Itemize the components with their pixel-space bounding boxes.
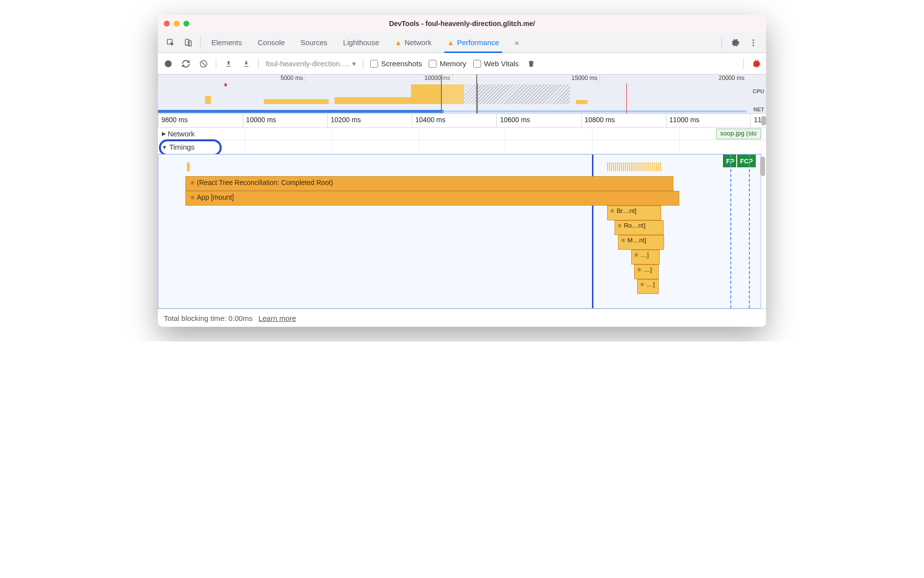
separator (363, 58, 363, 69)
svg-point-5 (753, 44, 754, 46)
ruler-tick: 10800 ms (581, 114, 666, 127)
web-vitals-checkbox[interactable]: Web Vitals (473, 59, 519, 68)
separator (200, 37, 201, 49)
network-request-bar[interactable]: soop.jpg (sto (716, 129, 761, 139)
tab-lighthouse[interactable]: Lighthouse (335, 32, 387, 53)
tab-performance[interactable]: ▲Performance (439, 32, 507, 53)
fp-marker[interactable]: FP (722, 155, 737, 167)
screenshots-label: Screenshots (381, 59, 422, 68)
ruler-tick: 10000 ms (243, 114, 328, 127)
timing-bar[interactable] (607, 162, 661, 171)
cpu-label: CPU (753, 88, 764, 94)
svg-point-4 (753, 42, 754, 43)
overview-net-bar (158, 110, 444, 113)
ruler-tick: 11000 ms (666, 114, 751, 127)
separator (743, 58, 744, 69)
flame-chart[interactable]: ▶ Network soop.jpg (sto ▼ Timings FP FCP… (158, 128, 766, 309)
fcp-marker[interactable]: FCP (736, 155, 756, 167)
devtools-window: DevTools - foul-heavenly-direction.glitc… (158, 15, 766, 327)
tab-elements[interactable]: Elements (204, 32, 250, 53)
window-title: DevTools - foul-heavenly-direction.glitc… (389, 20, 535, 27)
capture-settings-gear-icon[interactable] (750, 58, 761, 69)
flame-bar[interactable]: Br…nt] (607, 206, 661, 220)
reload-icon[interactable] (180, 58, 191, 69)
summary-footer: Total blocking time: 0.00ms Learn more (158, 309, 766, 327)
tab-sources[interactable]: Sources (293, 32, 335, 53)
scrollbar-thumb[interactable] (761, 116, 766, 126)
screenshots-checkbox[interactable]: Screenshots (370, 59, 422, 68)
total-blocking-time: Total blocking time: 0.00ms (164, 314, 253, 322)
chevron-right-icon: ▶ (162, 131, 166, 137)
tab-network-label: Network (405, 38, 432, 47)
warning-icon: ▲ (395, 39, 402, 47)
tick: 10000 ms (305, 75, 452, 83)
fp-guideline (730, 155, 731, 308)
separator (721, 37, 722, 49)
flame-bar[interactable]: …] (634, 264, 659, 279)
ruler-tick: 9800 ms (158, 114, 243, 127)
svg-point-6 (165, 60, 172, 67)
time-ruler[interactable]: 9800 ms 10000 ms 10200 ms 10400 ms 10600… (158, 114, 766, 128)
flame-bar[interactable]: …] (637, 279, 659, 294)
download-icon[interactable] (241, 58, 252, 69)
overview-selection[interactable] (441, 75, 477, 113)
tab-performance-label: Performance (457, 38, 499, 47)
perf-toolbar: foul-heavenly-direction.…▾ Screenshots M… (158, 53, 766, 75)
trash-icon[interactable] (526, 58, 537, 69)
timing-bar[interactable] (187, 162, 190, 171)
close-icon[interactable] (164, 21, 170, 26)
record-icon[interactable] (163, 58, 174, 69)
network-track-header[interactable]: ▶ Network soop.jpg (sto (158, 128, 766, 140)
timings-label: Timings (169, 143, 195, 151)
kebab-menu-icon[interactable] (747, 37, 759, 49)
flame-bar[interactable]: M…nt] (618, 235, 664, 250)
ruler-tick: 10600 ms (496, 114, 581, 127)
warning-icon: ▲ (447, 39, 454, 47)
zoom-icon[interactable] (183, 21, 189, 26)
memory-label: Memory (439, 59, 466, 68)
separator (216, 58, 216, 69)
learn-more-link[interactable]: Learn more (258, 314, 296, 322)
chevron-down-icon: ▾ (352, 59, 356, 68)
network-label: Network (168, 130, 195, 138)
memory-checkbox[interactable]: Memory (429, 59, 466, 68)
timings-track-header[interactable]: ▼ Timings (158, 140, 766, 154)
tab-bar: Elements Console Sources Lighthouse ▲Net… (158, 32, 766, 53)
recording-selector-label: foul-heavenly-direction.… (266, 59, 349, 68)
traffic-lights (164, 21, 189, 26)
overview-timeline[interactable]: 5000 ms 10000 ms 15000 ms 20000 ms CPU N… (158, 75, 766, 114)
ruler-tick: 10200 ms (327, 114, 412, 127)
device-toggle-icon[interactable] (182, 37, 194, 49)
svg-point-3 (753, 39, 754, 41)
upload-icon[interactable] (223, 58, 234, 69)
separator (258, 58, 259, 69)
clear-icon[interactable] (198, 58, 209, 69)
ruler-tick: 10400 ms (412, 114, 497, 127)
titlebar: DevTools - foul-heavenly-direction.glitc… (158, 15, 766, 32)
net-label: NET (753, 106, 764, 112)
scrollbar-thumb[interactable] (760, 157, 765, 176)
tick: 20000 ms (599, 75, 746, 83)
web-vitals-label: Web Vitals (484, 59, 519, 68)
inspect-icon[interactable] (165, 37, 177, 49)
flame-bar[interactable]: (React Tree Reconciliation: Completed Ro… (185, 176, 673, 191)
chevron-down-icon: ▼ (162, 144, 167, 150)
tabs-overflow[interactable]: » (507, 32, 527, 53)
recording-selector[interactable]: foul-heavenly-direction.…▾ (266, 59, 356, 68)
flame-bar[interactable]: Ro…nt] (615, 220, 664, 235)
tick: 5000 ms (158, 75, 305, 83)
tab-network[interactable]: ▲Network (387, 32, 439, 53)
flame-bar[interactable]: App [mount] (185, 191, 679, 206)
tab-console[interactable]: Console (250, 32, 293, 53)
minimize-icon[interactable] (174, 21, 180, 26)
fcp-guideline (749, 155, 750, 308)
timings-track-body[interactable]: FP FCP (React Tree Reconciliation: Compl… (158, 154, 761, 309)
overview-net-bar2 (444, 110, 746, 112)
settings-gear-icon[interactable] (729, 37, 741, 49)
flame-bar[interactable]: …] (631, 250, 660, 264)
